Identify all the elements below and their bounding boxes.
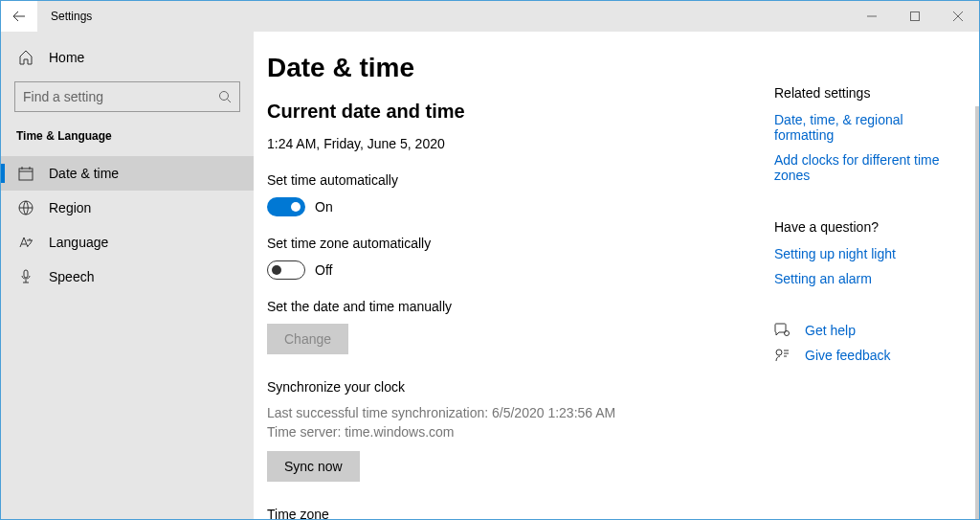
get-help-link[interactable]: Get help [805,323,856,338]
set-time-auto-label: Set time automatically [267,172,774,188]
sidebar: Home Time & Language Date & time Region … [1,32,254,519]
section-header: Current date and time [267,101,774,123]
content-side: Related settings Date, time, & regional … [774,53,979,519]
svg-rect-4 [24,270,28,278]
search-box[interactable] [14,81,240,112]
svg-rect-2 [19,169,33,180]
language-icon [18,235,33,250]
set-tz-auto-label: Set time zone automatically [267,236,774,251]
svg-point-5 [785,331,790,336]
related-link[interactable]: Date, time, & regional formatting [774,112,960,143]
svg-rect-0 [910,12,919,21]
close-button[interactable] [936,1,979,32]
feedback-icon [774,348,790,363]
question-link[interactable]: Setting up night light [774,246,960,261]
window-title: Settings [51,10,92,23]
set-tz-auto-toggle[interactable] [267,260,305,280]
home-icon [18,50,33,65]
maximize-icon [910,11,920,21]
nav-item-label: Language [49,235,108,250]
home-label: Home [49,50,84,65]
toggle-state: Off [315,262,332,278]
give-feedback-link[interactable]: Give feedback [805,348,891,363]
close-icon [953,11,963,21]
nav-region[interactable]: Region [1,191,254,225]
set-time-auto-toggle[interactable] [267,197,305,216]
question-link[interactable]: Setting an alarm [774,271,960,286]
nav-item-label: Date & time [49,166,119,181]
sync-last: Last successful time synchronization: 6/… [267,404,774,423]
nav-speech[interactable]: Speech [1,260,254,294]
nav-date-time[interactable]: Date & time [1,156,254,191]
sync-now-button[interactable]: Sync now [267,451,360,482]
question-header: Have a question? [774,219,960,235]
set-manual-label: Set the date and time manually [267,299,774,314]
globe-icon [18,200,33,215]
related-link[interactable]: Add clocks for different time zones [774,152,960,183]
category-header: Time & Language [1,129,254,156]
sync-server: Time server: time.windows.com [267,423,774,442]
microphone-icon [18,269,33,284]
related-settings-header: Related settings [774,85,960,101]
sync-header: Synchronize your clock [267,379,774,395]
toggle-state: On [315,199,333,215]
home-button[interactable]: Home [1,41,254,74]
back-button[interactable] [1,1,37,32]
window-controls [850,1,979,32]
nav-item-label: Speech [49,269,94,284]
content-main: Date & time Current date and time 1:24 A… [267,53,774,519]
title-bar: Settings [1,1,979,32]
svg-point-1 [220,92,229,101]
maximize-button[interactable] [893,1,936,32]
scrollbar[interactable] [975,106,979,519]
minimize-icon [867,11,877,21]
date-time-icon [18,166,33,181]
nav-item-label: Region [49,200,91,215]
change-button[interactable]: Change [267,324,348,354]
search-icon [218,90,232,103]
svg-point-6 [776,350,782,355]
timezone-label: Time zone [267,507,774,519]
page-title: Date & time [267,53,774,83]
help-icon [774,323,790,338]
arrow-left-icon [12,10,26,23]
minimize-button[interactable] [850,1,893,32]
nav-language[interactable]: Language [1,225,254,260]
search-input[interactable] [23,89,195,104]
current-datetime: 1:24 AM, Friday, June 5, 2020 [267,136,774,151]
